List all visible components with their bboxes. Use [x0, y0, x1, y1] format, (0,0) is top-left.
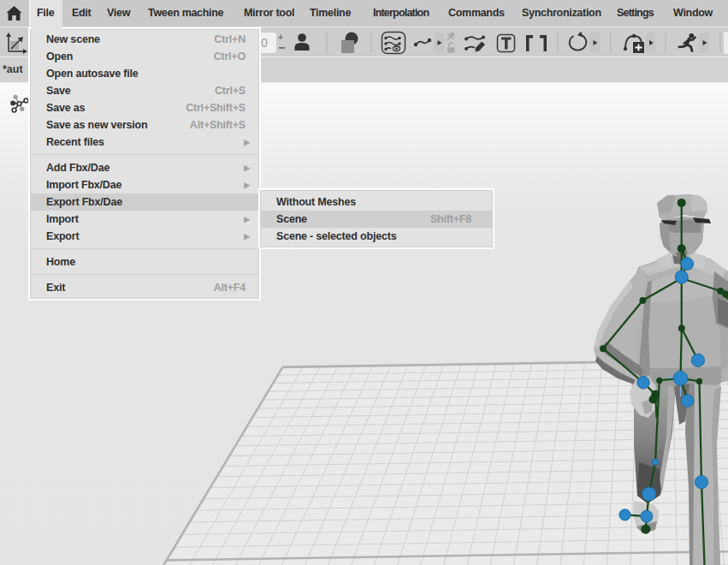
- svg-text:0: 0: [261, 36, 268, 50]
- svg-text:+: +: [278, 32, 283, 42]
